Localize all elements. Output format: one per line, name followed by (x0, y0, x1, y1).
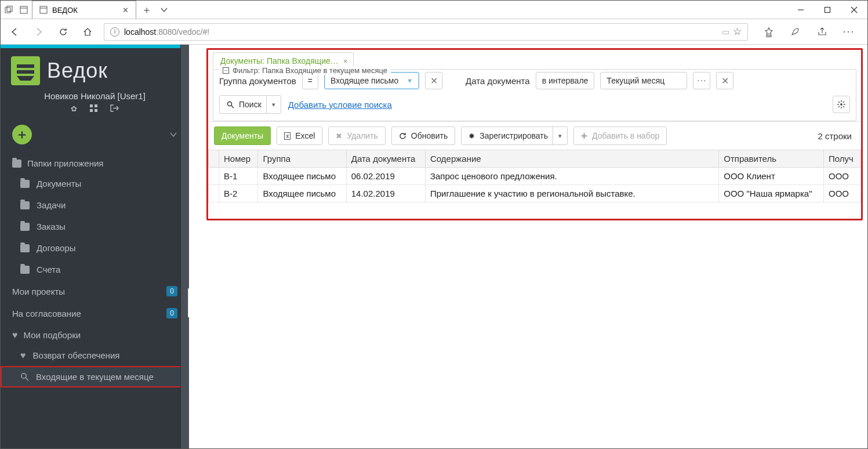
collapse-icon[interactable]: – (223, 67, 229, 74)
folder-icon (12, 160, 21, 168)
sidebar-section-folders[interactable]: Папки приложения (1, 153, 189, 173)
add-condition-link[interactable]: Добавить условие поиска (288, 100, 392, 110)
sidebar-item-contracts[interactable]: Договоры (1, 237, 189, 259)
grid-header-row: Номер Группа Дата документа Содержание О… (209, 150, 861, 168)
window-maximize-button[interactable] (814, 1, 841, 19)
folder-icon (20, 266, 30, 274)
svg-point-21 (227, 102, 231, 106)
close-icon[interactable]: × (343, 57, 348, 66)
filter-legend: – Фильтр: Папка Входящие в текущем месяц… (219, 66, 391, 75)
sidebar-pick-inbox-month[interactable]: Входящие в текущем месяце (1, 366, 189, 388)
browser-tab-title: ВЕДОК (52, 6, 78, 15)
sidebar-pick-returns[interactable]: ♥ Возврат обеспечения (1, 345, 189, 366)
close-icon: ✖ (336, 132, 342, 140)
row-counter: 2 строки (818, 131, 855, 141)
add-to-set-button[interactable]: ✚Добавить в набор (573, 126, 667, 145)
search-icon (227, 101, 234, 108)
back-button[interactable] (6, 24, 23, 40)
refresh-icon (399, 132, 406, 140)
reading-view-icon[interactable]: ▭ (722, 27, 729, 37)
chevron-down-icon[interactable]: ▼ (406, 77, 413, 84)
new-tab-icon[interactable]: ＋ (142, 5, 151, 15)
sidebar-item-documents[interactable]: Документы (1, 173, 189, 194)
col-recipient[interactable]: Получ (824, 150, 861, 168)
app-logo-icon (11, 56, 40, 85)
table-row[interactable]: В-2 Входящее письмо 14.02.2019 Приглашен… (209, 185, 861, 202)
share-icon[interactable] (814, 24, 830, 40)
sidebar-item-orders[interactable]: Заказы (1, 216, 189, 237)
chevron-down-icon[interactable]: ▾ (553, 127, 567, 144)
refresh-button[interactable] (55, 24, 71, 40)
svg-line-28 (838, 102, 840, 103)
url-path: /vedoc/#! (176, 27, 209, 37)
url-port: :8080 (156, 27, 176, 37)
svg-line-30 (843, 102, 844, 103)
badge: 0 (166, 308, 177, 318)
search-button[interactable]: Поиск ▾ (219, 95, 281, 114)
window-minimize-button[interactable] (787, 1, 814, 19)
excel-button[interactable]: xExcel (277, 126, 322, 145)
badge: 0 (166, 286, 177, 296)
chevron-down-icon[interactable]: ▾ (266, 96, 281, 113)
svg-rect-2 (20, 6, 27, 13)
filter-date-more[interactable]: ··· (693, 72, 710, 89)
excel-icon: x (284, 132, 290, 140)
register-button[interactable]: ✸Зарегистрировать▾ (461, 126, 568, 145)
sidebar-item-my-projects[interactable]: Мои проекты 0 (1, 280, 189, 302)
col-number[interactable]: Номер (219, 150, 258, 168)
svg-rect-16 (95, 104, 97, 107)
svg-rect-0 (5, 8, 10, 13)
filter-date-operator[interactable]: в интервале (536, 72, 595, 89)
heart-icon: ♥ (20, 351, 26, 360)
filter-settings-button[interactable] (833, 96, 850, 113)
window-split-icon[interactable] (19, 5, 28, 15)
filter-panel: – Фильтр: Папка Входящие в текущем месяц… (213, 69, 856, 121)
col-group[interactable]: Группа (258, 150, 346, 168)
svg-line-31 (838, 106, 840, 107)
forward-button[interactable] (31, 24, 47, 40)
svg-line-22 (231, 106, 234, 108)
tab-actions-icon[interactable] (159, 5, 169, 15)
svg-point-19 (21, 374, 26, 378)
browser-tab[interactable]: ВЕДОК ✕ (32, 1, 136, 19)
search-icon (20, 372, 29, 381)
add-button[interactable]: ＋ (12, 125, 32, 144)
delete-button[interactable]: ✖Удалить (328, 126, 385, 145)
settings-icon[interactable]: ✿ (71, 104, 77, 113)
svg-rect-1 (7, 6, 12, 11)
col-date[interactable]: Дата документа (346, 150, 425, 168)
col-sender[interactable]: Отправитель (719, 150, 824, 168)
plus-icon: ✚ (581, 132, 587, 140)
sidebar-item-invoices[interactable]: Счета (1, 259, 189, 280)
filter-group-clear[interactable]: ✕ (425, 72, 442, 89)
favorites-list-icon[interactable] (761, 24, 777, 40)
filter-date-value[interactable]: Текущий месяц (600, 72, 687, 89)
favorite-icon[interactable]: ☆ (733, 26, 742, 38)
logout-icon[interactable] (110, 104, 119, 113)
window-close-button[interactable] (841, 1, 867, 19)
svg-rect-17 (90, 109, 93, 112)
svg-rect-18 (95, 109, 97, 112)
add-menu-caret[interactable] (169, 131, 177, 139)
info-icon[interactable]: i (110, 27, 119, 37)
more-icon[interactable]: ··· (841, 24, 857, 40)
sidebar-item-tasks[interactable]: Задачи (1, 194, 189, 216)
col-content[interactable]: Содержание (425, 150, 718, 168)
sidebar-item-on-approval[interactable]: На согласование 0 (1, 302, 189, 324)
app-logo-text: Ведок (47, 59, 108, 83)
notes-icon[interactable] (787, 24, 804, 40)
svg-rect-13 (17, 64, 34, 68)
refresh-button[interactable]: Обновить (391, 126, 455, 145)
apps-icon[interactable] (90, 104, 97, 113)
sidebar-section-picks[interactable]: ♥ Мои подборки (1, 324, 189, 345)
home-button[interactable] (79, 24, 96, 40)
table-row[interactable]: В-1 Входящее письмо 06.02.2019 Запрос це… (209, 168, 861, 185)
svg-rect-4 (40, 6, 47, 13)
url-input[interactable]: i localhost:8080/vedoc/#! ▭ ☆ (104, 23, 748, 41)
filter-group-label: Группа документов (219, 76, 296, 86)
documents-button[interactable]: Документы (214, 126, 271, 145)
window-cascade-icon[interactable] (4, 5, 13, 15)
close-icon[interactable]: ✕ (122, 6, 129, 15)
filter-date-clear[interactable]: ✕ (716, 72, 733, 89)
sidebar-scrollbar[interactable] (180, 45, 189, 449)
